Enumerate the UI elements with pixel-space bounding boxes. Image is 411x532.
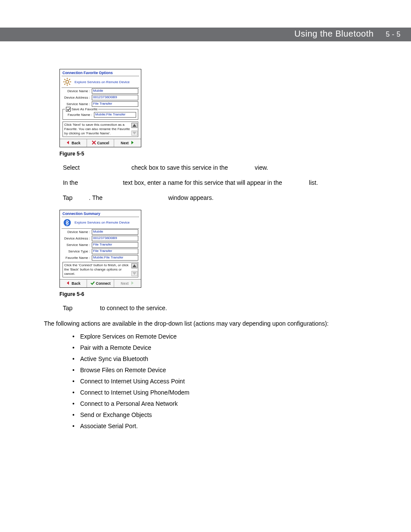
- button-label: Connect: [96, 281, 111, 286]
- svg-marker-17: [132, 272, 137, 275]
- svg-point-0: [66, 81, 69, 84]
- label: Favorite Name :: [65, 113, 94, 117]
- text: Next: [74, 194, 87, 201]
- hint-box: Click 'Next' to save this connection as …: [62, 121, 138, 137]
- text: Tap: [63, 194, 74, 201]
- favorite-name-input[interactable]: Mobile:File Transfer: [94, 112, 136, 118]
- text: to connect to the service.: [100, 305, 167, 311]
- arrow-right-icon: [130, 140, 134, 146]
- dialog-subtitle-row: Explore Services on Remote Device: [60, 217, 141, 228]
- svg-marker-18: [67, 281, 69, 285]
- x-icon: [92, 140, 96, 146]
- next-button[interactable]: Next: [114, 139, 141, 147]
- device-name-input[interactable]: Mobile: [92, 88, 138, 94]
- scroll-down-icon[interactable]: [131, 131, 137, 136]
- favorite-name-field: Favorite Name : Mobile:File Transfer: [60, 255, 141, 261]
- label: Device Address :: [62, 96, 92, 100]
- step-9: 9. Tap Connect to connect to the service…: [72, 304, 392, 312]
- list-item: Explore Services on Remote Device: [72, 333, 392, 340]
- scrollbar[interactable]: [131, 123, 137, 136]
- text: In the: [63, 179, 80, 186]
- service-type-input[interactable]: File Transfer: [92, 249, 138, 254]
- text: window appears.: [168, 194, 214, 201]
- device-name-input[interactable]: Mobile: [92, 229, 138, 235]
- scroll-down-icon[interactable]: [131, 271, 137, 276]
- label: Device Name :: [62, 230, 92, 234]
- step-8: 8. Tap Next . The Connection Summary win…: [72, 194, 392, 202]
- actions-list: Explore Services on Remote Device Pair w…: [72, 333, 392, 429]
- service-name-input[interactable]: File Transfer: [92, 242, 138, 248]
- figure-number: Figure 5-5: [59, 151, 84, 157]
- button-label: Back: [72, 141, 80, 145]
- scroll-up-icon[interactable]: [131, 263, 137, 268]
- dialog-button-bar: Back Connect Next: [60, 279, 141, 287]
- bluetooth-icon: [62, 218, 72, 227]
- favorite-name-input[interactable]: Mobile:File Transfer: [92, 255, 138, 261]
- list-item: Browse Files on Remote Device: [72, 367, 392, 373]
- connection-favorite-options-dialog: Connection Favorite Options Explore Serv…: [59, 69, 141, 147]
- connection-summary-dialog: Connection Summary Explore Services on R…: [59, 210, 141, 288]
- device-name-field: Device Name : Mobile: [60, 229, 141, 235]
- save-as-favorite-group: Save As Favorite Favorite Name : Mobile:…: [62, 109, 138, 120]
- page-header-text: Using the Bluetooth 5 - 5: [294, 29, 401, 39]
- text: Save As Favorite: [81, 164, 130, 171]
- section-title: Using the Bluetooth: [294, 29, 374, 38]
- service-name-input[interactable]: File Transfer: [92, 101, 138, 107]
- list-item: Active Sync via Bluetooth: [72, 355, 392, 362]
- gear-icon: [62, 77, 72, 87]
- text: check box to save this service in the: [131, 164, 230, 171]
- label: Service Name :: [62, 102, 92, 106]
- text: Connection Summary: [104, 194, 167, 201]
- label: Service Name :: [62, 243, 92, 247]
- hint-text: Click 'Next' to save this connection as …: [64, 123, 130, 136]
- dialog-subtitle: Explore Services on Remote Device: [75, 221, 130, 224]
- step-6: 6. Select Save As Favorite check box to …: [72, 164, 392, 172]
- svg-marker-14: [131, 141, 134, 144]
- dialog-subtitle: Explore Services on Remote Device: [75, 80, 130, 84]
- page-content: Connection Favorite Options Explore Serv…: [59, 69, 392, 434]
- device-name-field: Device Name : Mobile: [60, 88, 141, 94]
- device-address-field: Device Address : 00123736D0B9: [60, 94, 141, 101]
- hint-text: Click the 'Connect' button to finish, or…: [64, 263, 130, 276]
- label: Favorite Name :: [62, 256, 92, 260]
- text: view.: [255, 164, 268, 171]
- service-name-field: Service Name : File Transfer: [60, 242, 141, 248]
- next-button[interactable]: Next: [114, 280, 141, 287]
- text: . The: [89, 194, 104, 201]
- dialog-subtitle-row: Explore Services on Remote Device: [60, 76, 141, 87]
- back-button[interactable]: Back: [60, 280, 87, 287]
- svg-marker-11: [67, 141, 69, 144]
- svg-marker-19: [131, 281, 134, 285]
- arrow-right-icon: [130, 281, 134, 286]
- scroll-up-icon[interactable]: [131, 123, 137, 128]
- svg-line-5: [64, 79, 65, 80]
- device-address-input[interactable]: 00123736D0B9: [92, 236, 138, 241]
- back-button[interactable]: Back: [60, 139, 87, 147]
- text: list.: [309, 179, 318, 186]
- checkbox-label: Save As Favorite: [72, 107, 97, 111]
- connect-button[interactable]: Connect: [87, 280, 114, 287]
- label: Service Type :: [62, 249, 92, 253]
- arrow-left-icon: [66, 281, 70, 286]
- text: Select: [63, 164, 81, 171]
- device-address-field: Device Address : 00123736D0B9: [60, 235, 141, 242]
- service-name-field: Service Name : File Transfer: [60, 101, 141, 107]
- dialog-title: Connection Favorite Options: [60, 69, 141, 76]
- list-item: Connect to Internet Using Access Point: [72, 378, 392, 385]
- button-label: Back: [72, 281, 80, 286]
- device-address-input[interactable]: 00123736D0B9: [92, 95, 138, 100]
- hint-box: Click the 'Connect' button to finish, or…: [62, 262, 138, 277]
- cancel-button[interactable]: Cancel: [87, 139, 114, 147]
- text: Favorite Name: [80, 179, 121, 186]
- text: text box, enter a name for this service …: [123, 179, 284, 186]
- page-number: 5 - 5: [386, 31, 401, 38]
- label: Device Address :: [62, 236, 92, 240]
- scrollbar[interactable]: [131, 263, 137, 276]
- save-as-favorite-checkbox[interactable]: [66, 107, 71, 112]
- dialog-title: Connection Summary: [60, 210, 141, 217]
- figure-title: Connection Favorite Options Window: [86, 151, 171, 157]
- button-label: Next: [121, 141, 128, 145]
- svg-line-6: [69, 84, 70, 85]
- text: Favorite: [284, 179, 307, 186]
- favorite-name-field: Favorite Name : Mobile:File Transfer: [65, 112, 136, 118]
